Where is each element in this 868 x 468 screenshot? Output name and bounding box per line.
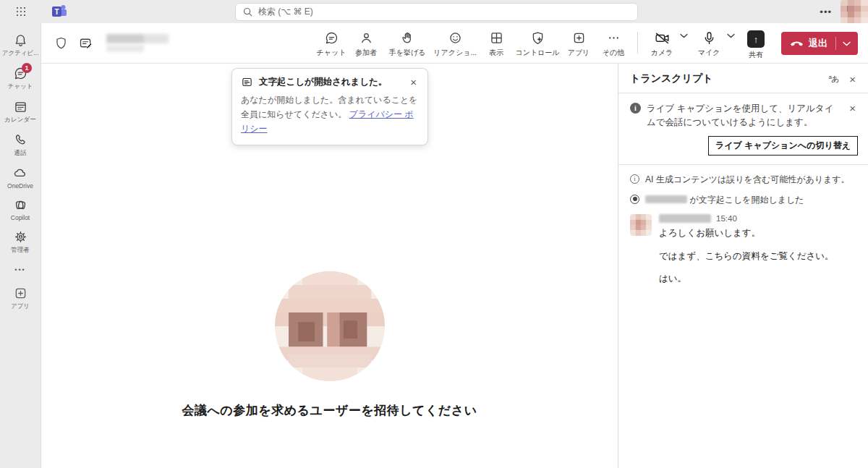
toolbar-divider (637, 32, 638, 54)
info-outline-icon: i (630, 174, 639, 184)
meeting-stage: 文字起こしが開始されました。 × あなたが開始しました。含まれていることを全員に… (41, 64, 618, 468)
ai-content-notice: i AI 生成コンテンツは誤りを含む可能性があります。 (630, 174, 856, 186)
reactions-button[interactable]: リアクショ... (432, 26, 478, 58)
chevron-down-icon (680, 33, 688, 38)
leave-divider (835, 37, 836, 50)
switch-to-live-captions-button[interactable]: ライブ キャプションへの切り替え (708, 136, 858, 156)
info-icon: i (630, 103, 641, 114)
translate-language-icon[interactable]: aあ (829, 74, 839, 85)
sidebar-label: チャット (8, 82, 33, 91)
app-rail: アクティビ... 1 チャット カレンダー (0, 23, 41, 468)
meeting-apps-button[interactable]: アプリ (562, 26, 595, 58)
toast-title: 文字起こしが開始されました。 (259, 76, 402, 88)
sidebar-item-admin[interactable]: A 管理者 (0, 226, 41, 259)
teams-logo-icon[interactable]: T (51, 4, 68, 20)
top-bar: T 検索 (⌥ ⌘ E) ••• (0, 0, 868, 23)
control-button[interactable]: コントロール (514, 26, 561, 58)
bell-icon (13, 33, 28, 48)
person-icon (359, 30, 374, 46)
sidebar-more-button[interactable]: ••• (14, 266, 25, 273)
leave-options-chevron[interactable] (841, 41, 852, 46)
started-notice-text: が文字起こしを開始しました (689, 195, 804, 205)
transcript-close-icon[interactable]: × (847, 73, 858, 85)
teams-meeting-window: T 検索 (⌥ ⌘ E) ••• (0, 0, 868, 468)
grid-view-icon (489, 30, 504, 46)
record-dot-icon (630, 195, 639, 204)
transcript-line: はい。 (659, 272, 856, 286)
account-avatar[interactable] (841, 0, 868, 23)
ai-notice-text: AI 生成コンテンツは誤りを含む可能性があります。 (645, 174, 850, 186)
chevron-down-icon (727, 33, 735, 38)
shield-gear-icon (530, 30, 545, 46)
admin-gear-icon: A (13, 229, 28, 244)
transcript-doc-icon (241, 76, 253, 88)
mic-button[interactable]: マイク (692, 26, 726, 58)
message-timestamp: 15:40 (716, 214, 737, 223)
sidebar-label: アプリ (11, 302, 30, 311)
sidebar-item-calendar[interactable]: カレンダー (0, 95, 41, 129)
toolbar-label: 参加者 (355, 48, 377, 58)
sidebar-label: カレンダー (4, 116, 35, 124)
sidebar-item-activity[interactable]: アクティビ... (0, 29, 41, 62)
speaker-name-redacted (659, 214, 711, 223)
mic-icon (702, 30, 717, 46)
mic-options-chevron[interactable] (726, 26, 738, 38)
view-button[interactable]: 表示 (480, 26, 513, 58)
search-placeholder: 検索 (⌥ ⌘ E) (258, 6, 313, 18)
topbar-more-button[interactable]: ••• (820, 0, 832, 23)
chat-panel-button[interactable]: チャット (315, 26, 348, 58)
toolbar-label: マイク (698, 48, 720, 58)
svg-text:T: T (54, 8, 59, 16)
leave-label: 退出 (809, 37, 827, 50)
speaker-avatar-redacted (630, 214, 652, 236)
meeting-notes-icon[interactable] (78, 35, 93, 51)
ellipsis-icon (606, 30, 621, 46)
banner-text: ライブ キャプションを使用して、リアルタイムで会話についていけるようにします。 (647, 102, 841, 130)
share-icon: ↑ (747, 30, 765, 48)
leave-button[interactable]: 退出 (781, 32, 858, 55)
transcript-panel: トランスクリプト aあ × i ライブ キャプションを使用して、リアルタイムで会… (618, 64, 868, 468)
sidebar-item-chat[interactable]: 1 チャット (0, 62, 41, 95)
meeting-title-redacted (106, 34, 169, 52)
sidebar-item-apps[interactable]: アプリ (0, 282, 41, 315)
svg-text:A: A (20, 235, 22, 239)
sidebar-label: アクティビ... (2, 49, 39, 58)
sidebar-label: 管理者 (11, 246, 30, 255)
raise-hand-button[interactable]: 手を挙げる (384, 26, 430, 58)
share-button[interactable]: ↑ 共有 (739, 26, 773, 60)
smiley-icon (448, 30, 463, 46)
phone-icon (13, 132, 28, 148)
participants-button[interactable]: 参加者 (349, 26, 383, 58)
shield-icon (54, 35, 68, 51)
sidebar-item-onedrive[interactable]: OneDrive (0, 162, 41, 194)
transcript-line: ではまず、こちらの資料をご覧ください。 (659, 250, 856, 263)
transcript-line: よろしくお願いします。 (659, 226, 856, 240)
more-options-button[interactable]: その他 (597, 26, 630, 58)
camera-button[interactable]: カメラ (645, 26, 678, 58)
toolbar-label: カメラ (651, 48, 673, 58)
transcription-started-toast: 文字起こしが開始されました。 × あなたが開始しました。含まれていることを全員に… (231, 68, 428, 145)
sidebar-item-copilot[interactable]: Copilot (0, 194, 41, 226)
invite-prompt-text: 会議への参加を求めるユーザーを招待してください (41, 402, 618, 419)
toolbar-label: アプリ (568, 48, 590, 58)
cloud-icon (12, 166, 28, 181)
sidebar-label: 通話 (14, 149, 27, 158)
sidebar-label: Copilot (11, 214, 30, 221)
chevron-down-icon (843, 41, 851, 46)
copilot-icon (13, 197, 28, 213)
toolbar-label: チャット (317, 48, 346, 58)
toolbar-label: 表示 (489, 48, 503, 58)
transcript-message: 15:40 よろしくお願いします。 ではまず、こちらの資料をご覧ください。 はい… (630, 214, 856, 295)
sidebar-item-calls[interactable]: 通話 (0, 129, 41, 162)
banner-close-icon[interactable]: × (847, 102, 858, 130)
toolbar-label: リアクショ... (433, 48, 477, 58)
toast-close-icon[interactable]: × (408, 76, 419, 88)
hangup-icon (790, 40, 804, 47)
toolbar-label: その他 (603, 48, 624, 58)
search-input[interactable]: 検索 (⌥ ⌘ E) (235, 3, 638, 21)
participant-video-avatar-redacted (275, 271, 385, 381)
waffle-icon (17, 7, 26, 17)
camera-options-chevron[interactable] (678, 26, 691, 38)
app-launcher-button[interactable] (9, 0, 33, 23)
search-icon (243, 7, 252, 17)
